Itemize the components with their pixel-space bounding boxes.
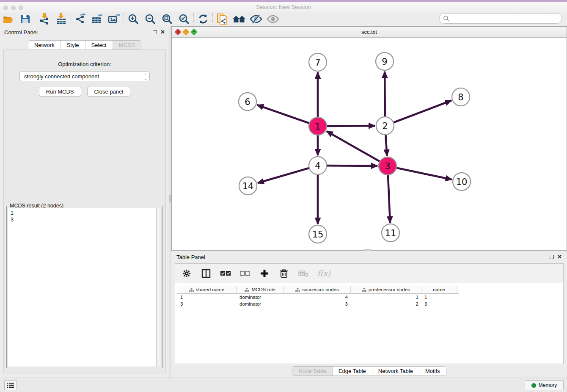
- window-controls[interactable]: [3, 6, 23, 10]
- delete-column-button[interactable]: [278, 268, 289, 279]
- edge-4-14[interactable]: [258, 168, 310, 183]
- delete-table-button[interactable]: [298, 268, 309, 279]
- table-cell[interactable]: dominator: [237, 301, 284, 306]
- table-cell[interactable]: 1: [351, 295, 421, 300]
- zoom-fit-button[interactable]: [159, 12, 176, 26]
- table-cell[interactable]: 3: [421, 301, 457, 306]
- edge-3-10[interactable]: [396, 168, 452, 179]
- zoom-out-button[interactable]: [142, 12, 159, 26]
- tab-mcds[interactable]: MCDS: [113, 41, 141, 50]
- tab-network[interactable]: Network: [28, 41, 61, 50]
- network-overview-button[interactable]: [214, 12, 231, 26]
- table-cell[interactable]: 1: [421, 295, 457, 300]
- open-session-button[interactable]: [0, 12, 17, 26]
- tab-edge-table[interactable]: Edge Table: [333, 367, 372, 375]
- memory-button[interactable]: Memory: [525, 380, 564, 390]
- node-4[interactable]: 4: [309, 157, 327, 174]
- node-9[interactable]: 9: [376, 52, 394, 70]
- table-row-0[interactable]: 1dominator411: [177, 294, 459, 301]
- hide-selected-button[interactable]: [248, 12, 264, 26]
- tab-node-table[interactable]: Node Table: [292, 367, 333, 375]
- deselect-all-button[interactable]: [239, 268, 250, 279]
- home-button[interactable]: [231, 12, 248, 26]
- node-7[interactable]: 7: [309, 53, 327, 71]
- node-3[interactable]: 3: [379, 157, 396, 175]
- column-header-successor-nodes[interactable]: successor nodes: [284, 286, 351, 293]
- mcds-result-group: MCDS result (2 nodes) 1 3: [6, 206, 163, 368]
- table-cell[interactable]: dominator: [237, 295, 284, 300]
- status-bar: Memory: [0, 378, 567, 392]
- column-header-predecessor-nodes[interactable]: predecessor nodes: [351, 286, 421, 293]
- node-label: 8: [458, 92, 463, 102]
- tab-select[interactable]: Select: [85, 41, 113, 50]
- tab-style[interactable]: Style: [61, 41, 85, 50]
- maximize-view-button[interactable]: +: [191, 29, 197, 35]
- import-network-button[interactable]: [36, 12, 53, 26]
- table-header-row: shared nameMCDS rolesuccessor nodesprede…: [177, 286, 459, 294]
- node-11[interactable]: 11: [382, 224, 399, 242]
- node-8[interactable]: 8: [452, 88, 470, 106]
- table-settings-button[interactable]: [181, 268, 192, 279]
- export-network-button[interactable]: [72, 12, 89, 26]
- mcds-result-text[interactable]: 1 3: [8, 208, 157, 367]
- export-image-button[interactable]: [106, 12, 123, 26]
- node-15[interactable]: 15: [309, 225, 327, 243]
- edge-3-1[interactable]: [327, 131, 381, 162]
- float-panel-icon[interactable]: [153, 30, 157, 34]
- criterion-select[interactable]: strongly connected component ⌃⌃: [19, 72, 150, 81]
- network-window-titlebar[interactable]: ✕ − + scc.txt: [172, 27, 567, 38]
- table-cell[interactable]: 4: [284, 295, 351, 300]
- zoom-selected-button[interactable]: [176, 12, 193, 26]
- node-14[interactable]: 14: [239, 177, 257, 195]
- close-window-button[interactable]: [3, 6, 8, 10]
- tab-motifs[interactable]: Motifs: [419, 367, 446, 375]
- edge-4-3[interactable]: [326, 166, 377, 166]
- table-cell[interactable]: 2: [351, 301, 421, 306]
- column-header-label: shared name: [196, 287, 224, 292]
- column-header-MCDS-role[interactable]: MCDS role: [237, 286, 284, 293]
- select-all-button[interactable]: [220, 268, 231, 279]
- edge-3-11[interactable]: [388, 174, 390, 223]
- network-canvas[interactable]: 7968124314101511: [172, 38, 567, 250]
- edge-1-6[interactable]: [257, 105, 310, 124]
- zoom-in-button[interactable]: [125, 12, 142, 26]
- result-scrollbar[interactable]: [157, 208, 162, 367]
- export-table-button[interactable]: [89, 12, 106, 26]
- maximize-window-button[interactable]: [19, 6, 23, 10]
- minimize-view-button[interactable]: −: [183, 29, 189, 35]
- import-table-icon: [56, 13, 66, 25]
- minimize-window-button[interactable]: [11, 6, 16, 10]
- column-header-shared-name[interactable]: shared name: [177, 286, 237, 293]
- table-cell[interactable]: 1: [177, 295, 237, 300]
- network-view-title: scc.txt: [361, 29, 377, 35]
- edge-2-8[interactable]: [393, 101, 451, 123]
- table-row-1[interactable]: 3dominator323: [177, 301, 459, 307]
- search-field[interactable]: [439, 13, 562, 24]
- show-all-button[interactable]: [264, 12, 281, 26]
- column-visibility-button[interactable]: [201, 268, 212, 279]
- column-header-name[interactable]: name: [421, 286, 457, 293]
- edge-1-2[interactable]: [326, 126, 375, 126]
- import-table-button[interactable]: [53, 12, 70, 26]
- node-10[interactable]: 10: [453, 173, 471, 190]
- float-table-panel-icon[interactable]: [550, 255, 554, 259]
- add-column-button[interactable]: [259, 268, 270, 279]
- table-cell[interactable]: 3: [284, 301, 351, 306]
- search-input[interactable]: [450, 16, 561, 22]
- node-2[interactable]: 2: [376, 117, 394, 135]
- run-mcds-button[interactable]: Run MCDS: [39, 87, 81, 97]
- edge-2-9[interactable]: [385, 72, 385, 118]
- save-session-button[interactable]: [17, 12, 34, 26]
- edge-2-3[interactable]: [385, 134, 387, 156]
- function-builder-button[interactable]: f(x): [317, 269, 330, 278]
- node-1[interactable]: 1: [309, 117, 327, 135]
- node-6[interactable]: 6: [239, 93, 256, 110]
- close-panel-button[interactable]: Close panel: [87, 87, 131, 97]
- close-table-panel-icon[interactable]: ✕: [557, 255, 562, 259]
- close-panel-icon[interactable]: ✕: [160, 30, 165, 34]
- table-cell[interactable]: 3: [177, 301, 237, 306]
- task-history-button[interactable]: [4, 380, 17, 390]
- apply-layout-button[interactable]: [195, 12, 212, 26]
- tab-network-table[interactable]: Network Table: [372, 367, 419, 375]
- close-view-button[interactable]: ✕: [175, 29, 181, 35]
